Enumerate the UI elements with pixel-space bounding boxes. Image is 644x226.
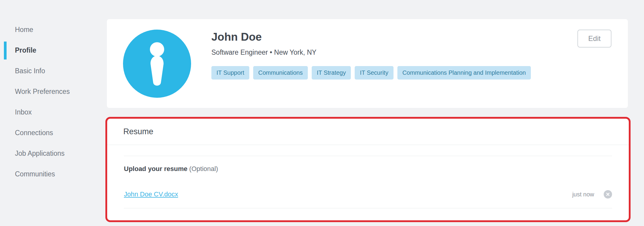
sidebar-item-basic-info[interactable]: Basic Info bbox=[0, 61, 105, 81]
sidebar-item-label: Connections bbox=[15, 129, 53, 137]
skill-tags: IT Support Communications IT Strategy IT… bbox=[211, 66, 531, 80]
skill-tag: IT Strategy bbox=[312, 66, 351, 80]
resume-section-title: Resume bbox=[123, 127, 153, 136]
profile-name: John Doe bbox=[211, 30, 531, 44]
active-indicator bbox=[4, 42, 7, 59]
sidebar-item-label: Inbox bbox=[15, 108, 32, 116]
upload-resume-label-text: Upload your resume bbox=[124, 165, 187, 172]
avatar bbox=[123, 30, 191, 98]
upload-resume-optional-hint: (Optional) bbox=[189, 165, 218, 172]
sidebar-item-connections[interactable]: Connections bbox=[0, 123, 105, 143]
edit-button[interactable]: Edit bbox=[577, 30, 611, 48]
resume-file-link[interactable]: John Doe CV.docx bbox=[124, 190, 178, 198]
skill-tag: IT Security bbox=[355, 66, 393, 80]
sidebar-item-label: Job Applications bbox=[15, 149, 64, 158]
sidebar-item-work-preferences[interactable]: Work Preferences bbox=[0, 81, 105, 102]
resume-section-header: Resume bbox=[107, 119, 629, 145]
person-icon bbox=[123, 30, 191, 98]
sidebar-item-label: Profile bbox=[15, 46, 36, 54]
sidebar-item-label: Basic Info bbox=[15, 67, 45, 75]
sidebar-item-communities[interactable]: Communities bbox=[0, 164, 105, 184]
skill-tag: IT Support bbox=[211, 66, 249, 80]
resume-section-body: Upload your resume (Optional) John Doe C… bbox=[107, 156, 629, 208]
skill-tag: Communications bbox=[253, 66, 308, 80]
sidebar-item-job-applications[interactable]: Job Applications bbox=[0, 143, 105, 164]
divider bbox=[124, 208, 612, 208]
profile-summary-card: John Doe Software Engineer • New York, N… bbox=[107, 19, 628, 108]
resume-upload-time: just now bbox=[572, 191, 594, 198]
resume-file-row: John Doe CV.docx just now bbox=[124, 190, 612, 198]
sidebar-item-label: Communities bbox=[15, 170, 55, 178]
sidebar-item-home[interactable]: Home bbox=[0, 19, 105, 40]
sidebar-nav: Home Profile Basic Info Work Preferences… bbox=[0, 19, 105, 184]
resume-section-annotation: Resume Upload your resume (Optional) Joh… bbox=[105, 117, 631, 222]
close-icon[interactable] bbox=[604, 190, 612, 198]
sidebar-item-inbox[interactable]: Inbox bbox=[0, 102, 105, 123]
profile-headline: Software Engineer • New York, NY bbox=[211, 48, 531, 56]
sidebar-item-profile[interactable]: Profile bbox=[0, 40, 105, 61]
profile-info: John Doe Software Engineer • New York, N… bbox=[211, 19, 531, 80]
divider bbox=[124, 156, 612, 156]
sidebar-item-label: Work Preferences bbox=[15, 88, 70, 96]
profile-page: Home Profile Basic Info Work Preferences… bbox=[0, 0, 644, 226]
resume-file-meta: just now bbox=[572, 190, 612, 198]
sidebar-item-label: Home bbox=[15, 26, 33, 34]
skill-tag: Communications Planning and Implementati… bbox=[397, 66, 531, 80]
upload-resume-label: Upload your resume (Optional) bbox=[124, 165, 612, 173]
